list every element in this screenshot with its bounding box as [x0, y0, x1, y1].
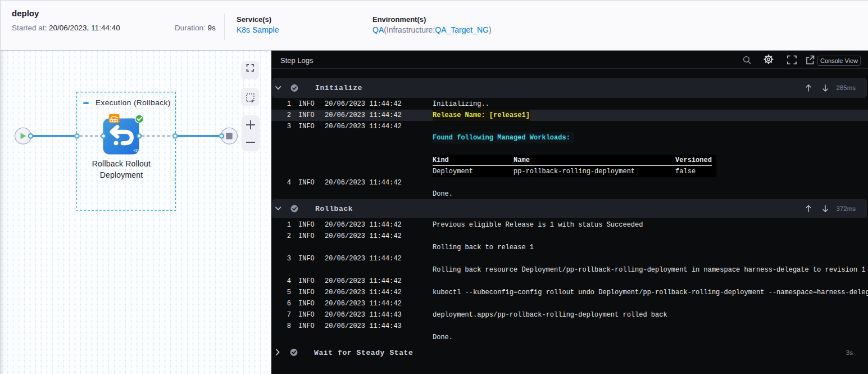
svg-text:Execution (Rollback): Execution (Rollback) [96, 98, 171, 107]
svg-text:</>: </> [134, 148, 140, 153]
svg-text:Deployment: Deployment [100, 170, 143, 179]
svg-text:Rollback Rollout: Rollback Rollout [92, 159, 151, 168]
